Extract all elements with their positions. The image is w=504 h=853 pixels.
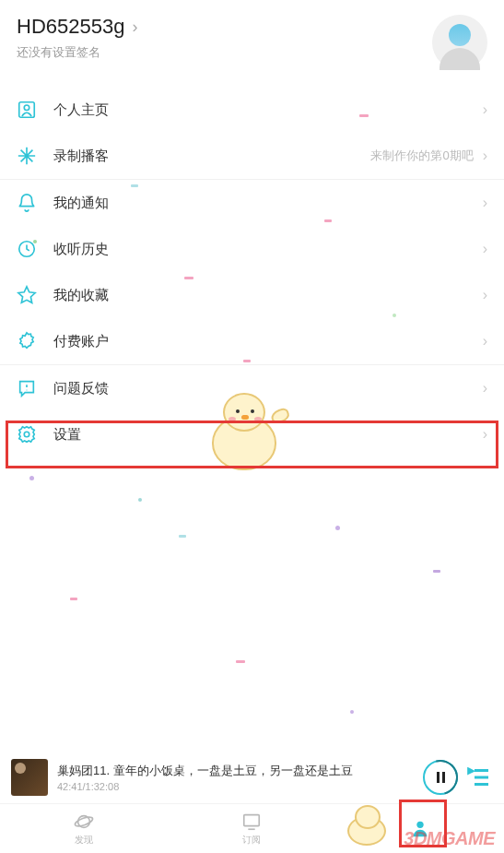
mini-player[interactable]: 巢妈团11. 童年的小饭桌，一盘是土豆，另一盘还是土豆 42:41/1:32:0… xyxy=(0,752,504,803)
label: 录制播客 xyxy=(53,148,370,165)
chevron-right-icon: › xyxy=(483,241,487,257)
label: 问题反馈 xyxy=(53,380,483,397)
gear-icon xyxy=(17,424,37,444)
tab-mine[interactable] xyxy=(336,804,504,853)
player-time: 42:41/1:32:08 xyxy=(57,781,416,792)
label: 付费账户 xyxy=(53,333,483,350)
planet-icon xyxy=(74,812,94,832)
badge-icon xyxy=(17,331,37,351)
svg-point-5 xyxy=(74,815,93,828)
menu-item-notify[interactable]: 我的通知 › xyxy=(0,180,504,226)
chevron-right-icon: › xyxy=(483,148,487,164)
menu-item-history[interactable]: 收听历史 › xyxy=(0,226,504,272)
menu-item-paid[interactable]: 付费账户 › xyxy=(0,318,504,364)
chevron-right-icon: › xyxy=(483,380,487,397)
signature-text[interactable]: 还没有设置签名 xyxy=(17,44,423,61)
label: 收听历史 xyxy=(53,241,483,258)
chevron-right-icon: › xyxy=(483,426,487,443)
menu-item-profile[interactable]: 个人主页 › xyxy=(0,87,504,133)
tab-label: 订阅 xyxy=(242,834,261,847)
menu-item-record[interactable]: 录制播客 来制作你的第0期吧 › xyxy=(0,133,504,179)
bell-icon xyxy=(17,193,37,213)
menu-item-settings[interactable]: 设置 › xyxy=(0,411,504,457)
username: HD652553g xyxy=(17,15,124,39)
svg-rect-6 xyxy=(244,814,260,825)
tab-discover[interactable]: 发现 xyxy=(0,804,168,853)
chevron-right-icon: › xyxy=(483,333,487,349)
play-pause-button[interactable] xyxy=(423,760,458,795)
svg-point-1 xyxy=(24,105,29,111)
svg-point-7 xyxy=(416,821,423,827)
star-icon xyxy=(17,285,37,305)
chevron-right-icon: › xyxy=(483,287,487,303)
chevron-right-icon: › xyxy=(132,18,137,37)
sparkle-icon xyxy=(17,146,37,166)
person-icon xyxy=(410,818,430,838)
label: 我的通知 xyxy=(53,195,483,212)
tab-bar: 发现 订阅 xyxy=(0,803,504,853)
hint: 来制作你的第0期吧 xyxy=(370,148,473,164)
label: 设置 xyxy=(53,426,483,444)
chevron-right-icon: › xyxy=(483,195,487,211)
player-cover[interactable] xyxy=(11,759,48,796)
svg-point-3 xyxy=(24,432,29,437)
menu-item-feedback[interactable]: 问题反馈 › xyxy=(0,365,504,411)
chat-alert-icon xyxy=(17,378,37,398)
avatar[interactable] xyxy=(432,15,487,70)
player-title: 巢妈团11. 童年的小饭桌，一盘是土豆，另一盘还是土豆 xyxy=(57,763,416,779)
label: 个人主页 xyxy=(53,101,483,119)
monitor-icon xyxy=(241,812,262,832)
tab-label: 发现 xyxy=(75,834,93,847)
menu-item-fav[interactable]: 我的收藏 › xyxy=(0,272,504,318)
clock-icon xyxy=(17,239,37,259)
chevron-right-icon: › xyxy=(483,101,487,118)
tab-subscribe[interactable]: 订阅 xyxy=(168,804,335,853)
label: 我的收藏 xyxy=(53,287,483,304)
username-row[interactable]: HD652553g › xyxy=(17,15,423,39)
user-icon xyxy=(17,100,37,120)
playlist-button[interactable] xyxy=(465,764,493,791)
